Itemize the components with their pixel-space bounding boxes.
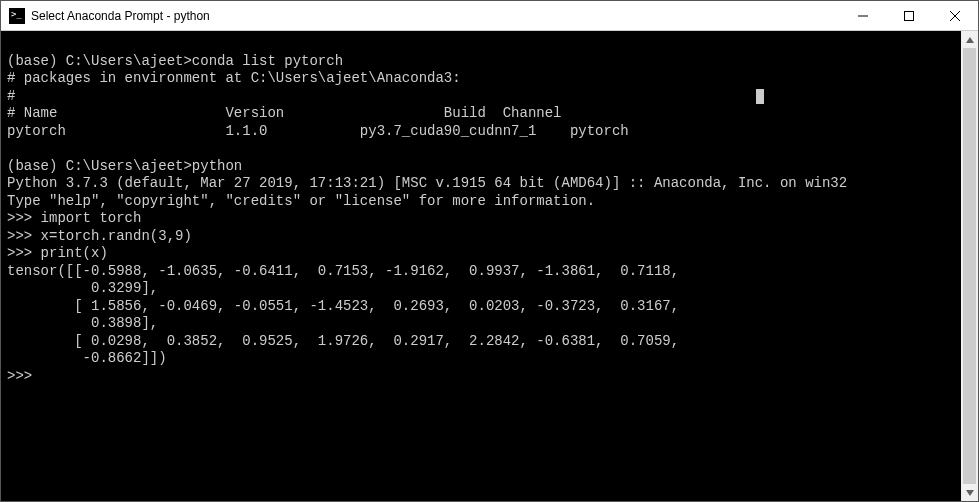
window-title: Select Anaconda Prompt - python bbox=[31, 9, 840, 23]
maximize-icon bbox=[904, 11, 914, 21]
close-button[interactable] bbox=[932, 1, 978, 30]
terminal-icon bbox=[9, 8, 25, 24]
app-window: Select Anaconda Prompt - python (base) C… bbox=[0, 0, 979, 502]
window-controls bbox=[840, 1, 978, 30]
minimize-icon bbox=[858, 11, 868, 21]
scroll-up-arrow[interactable] bbox=[961, 31, 978, 48]
text-cursor bbox=[756, 89, 764, 104]
scroll-track[interactable] bbox=[961, 48, 978, 484]
chevron-up-icon bbox=[966, 37, 974, 43]
svg-marker-4 bbox=[966, 37, 974, 43]
titlebar[interactable]: Select Anaconda Prompt - python bbox=[1, 1, 978, 31]
maximize-button[interactable] bbox=[886, 1, 932, 30]
terminal-output: (base) C:\Users\ajeet>conda list pytorch… bbox=[7, 35, 955, 385]
scroll-down-arrow[interactable] bbox=[961, 484, 978, 501]
minimize-button[interactable] bbox=[840, 1, 886, 30]
scroll-thumb[interactable] bbox=[963, 48, 976, 484]
vertical-scrollbar[interactable] bbox=[961, 31, 978, 501]
terminal-area: (base) C:\Users\ajeet>conda list pytorch… bbox=[1, 31, 978, 501]
svg-rect-1 bbox=[905, 11, 914, 20]
chevron-down-icon bbox=[966, 490, 974, 496]
close-icon bbox=[950, 11, 960, 21]
terminal-content[interactable]: (base) C:\Users\ajeet>conda list pytorch… bbox=[1, 31, 961, 501]
svg-marker-5 bbox=[966, 490, 974, 496]
